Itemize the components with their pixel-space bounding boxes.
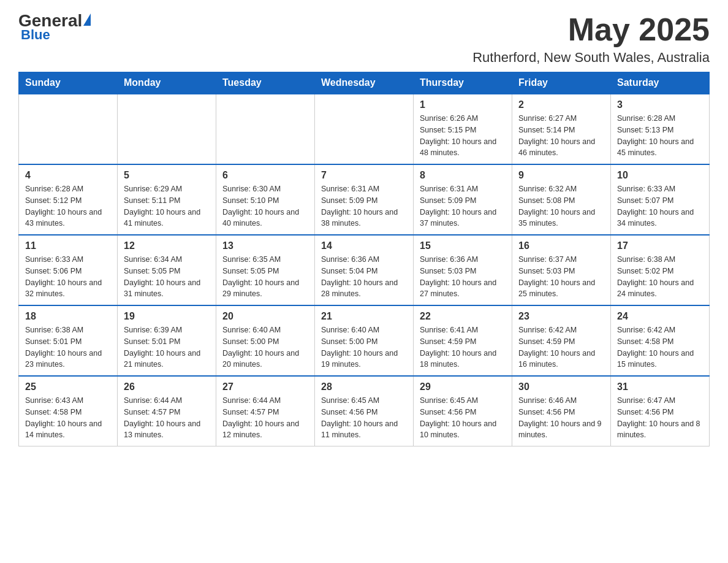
calendar-cell-5-5: 29Sunrise: 6:45 AMSunset: 4:56 PMDayligh… [414, 376, 512, 446]
day-number: 26 [124, 381, 210, 393]
calendar-cell-1-3 [216, 94, 315, 164]
calendar-cell-2-7: 10Sunrise: 6:33 AMSunset: 5:07 PMDayligh… [611, 164, 710, 235]
month-year: May 2025 [472, 12, 710, 47]
day-number: 23 [518, 311, 604, 322]
day-info: Sunrise: 6:38 AMSunset: 5:02 PMDaylight:… [617, 254, 703, 300]
calendar-cell-4-4: 21Sunrise: 6:40 AMSunset: 5:00 PMDayligh… [315, 305, 414, 376]
day-info: Sunrise: 6:36 AMSunset: 5:04 PMDaylight:… [321, 254, 407, 300]
calendar-cell-3-5: 15Sunrise: 6:36 AMSunset: 5:03 PMDayligh… [414, 235, 512, 305]
day-info: Sunrise: 6:42 AMSunset: 4:58 PMDaylight:… [617, 324, 703, 370]
calendar-cell-5-1: 25Sunrise: 6:43 AMSunset: 4:58 PMDayligh… [19, 376, 118, 446]
logo-triangle-icon [83, 13, 91, 26]
day-info: Sunrise: 6:40 AMSunset: 5:00 PMDaylight:… [222, 324, 308, 370]
day-number: 25 [25, 381, 111, 393]
calendar-cell-5-7: 31Sunrise: 6:47 AMSunset: 4:56 PMDayligh… [611, 376, 710, 446]
day-number: 27 [222, 381, 308, 393]
calendar-header-saturday: Saturday [611, 72, 710, 94]
day-info: Sunrise: 6:45 AMSunset: 4:56 PMDaylight:… [321, 395, 407, 441]
calendar-cell-3-2: 12Sunrise: 6:34 AMSunset: 5:05 PMDayligh… [118, 235, 216, 305]
day-info: Sunrise: 6:30 AMSunset: 5:10 PMDaylight:… [222, 183, 308, 229]
day-number: 17 [617, 240, 703, 251]
day-info: Sunrise: 6:47 AMSunset: 4:56 PMDaylight:… [617, 395, 703, 441]
day-info: Sunrise: 6:36 AMSunset: 5:03 PMDaylight:… [420, 254, 506, 300]
day-number: 2 [518, 99, 604, 110]
calendar-cell-5-3: 27Sunrise: 6:44 AMSunset: 4:57 PMDayligh… [216, 376, 315, 446]
calendar-cell-5-6: 30Sunrise: 6:46 AMSunset: 4:56 PMDayligh… [512, 376, 611, 446]
calendar-cell-1-6: 2Sunrise: 6:27 AMSunset: 5:14 PMDaylight… [512, 94, 611, 164]
day-number: 11 [25, 240, 111, 251]
day-number: 7 [321, 170, 407, 181]
day-info: Sunrise: 6:35 AMSunset: 5:05 PMDaylight:… [222, 254, 308, 300]
day-number: 8 [420, 170, 506, 181]
calendar-cell-4-3: 20Sunrise: 6:40 AMSunset: 5:00 PMDayligh… [216, 305, 315, 376]
calendar-cell-1-2 [118, 94, 216, 164]
calendar-cell-5-4: 28Sunrise: 6:45 AMSunset: 4:56 PMDayligh… [315, 376, 414, 446]
day-number: 18 [25, 311, 111, 322]
day-info: Sunrise: 6:46 AMSunset: 4:56 PMDaylight:… [518, 395, 604, 441]
day-info: Sunrise: 6:42 AMSunset: 4:59 PMDaylight:… [518, 324, 604, 370]
calendar-header-sunday: Sunday [19, 72, 118, 94]
calendar-cell-3-3: 13Sunrise: 6:35 AMSunset: 5:05 PMDayligh… [216, 235, 315, 305]
calendar-cell-2-3: 6Sunrise: 6:30 AMSunset: 5:10 PMDaylight… [216, 164, 315, 235]
calendar-cell-3-7: 17Sunrise: 6:38 AMSunset: 5:02 PMDayligh… [611, 235, 710, 305]
calendar-cell-1-4 [315, 94, 414, 164]
day-info: Sunrise: 6:45 AMSunset: 4:56 PMDaylight:… [420, 395, 506, 441]
day-number: 10 [617, 170, 703, 181]
calendar-cell-5-2: 26Sunrise: 6:44 AMSunset: 4:57 PMDayligh… [118, 376, 216, 446]
day-info: Sunrise: 6:37 AMSunset: 5:03 PMDaylight:… [518, 254, 604, 300]
calendar-cell-2-5: 8Sunrise: 6:31 AMSunset: 5:09 PMDaylight… [414, 164, 512, 235]
calendar-header-monday: Monday [118, 72, 216, 94]
calendar-week-3: 11Sunrise: 6:33 AMSunset: 5:06 PMDayligh… [19, 235, 710, 305]
calendar-cell-1-7: 3Sunrise: 6:28 AMSunset: 5:13 PMDaylight… [611, 94, 710, 164]
calendar-table: SundayMondayTuesdayWednesdayThursdayFrid… [18, 72, 710, 446]
page-header: General Blue May 2025 Rutherford, New So… [18, 12, 710, 66]
day-number: 24 [617, 311, 703, 322]
calendar-cell-2-4: 7Sunrise: 6:31 AMSunset: 5:09 PMDaylight… [315, 164, 414, 235]
logo-blue: Blue [21, 27, 50, 43]
calendar-header-tuesday: Tuesday [216, 72, 315, 94]
day-number: 9 [518, 170, 604, 181]
day-info: Sunrise: 6:33 AMSunset: 5:07 PMDaylight:… [617, 183, 703, 229]
day-number: 30 [518, 381, 604, 393]
day-info: Sunrise: 6:40 AMSunset: 5:00 PMDaylight:… [321, 324, 407, 370]
day-info: Sunrise: 6:31 AMSunset: 5:09 PMDaylight:… [420, 183, 506, 229]
calendar-cell-4-6: 23Sunrise: 6:42 AMSunset: 4:59 PMDayligh… [512, 305, 611, 376]
day-number: 19 [124, 311, 210, 322]
calendar-cell-4-1: 18Sunrise: 6:38 AMSunset: 5:01 PMDayligh… [19, 305, 118, 376]
calendar-header-thursday: Thursday [414, 72, 512, 94]
day-number: 22 [420, 311, 506, 322]
logo: General Blue [18, 12, 91, 43]
day-info: Sunrise: 6:32 AMSunset: 5:08 PMDaylight:… [518, 183, 604, 229]
day-number: 1 [420, 99, 506, 110]
calendar-cell-2-1: 4Sunrise: 6:28 AMSunset: 5:12 PMDaylight… [19, 164, 118, 235]
day-info: Sunrise: 6:34 AMSunset: 5:05 PMDaylight:… [124, 254, 210, 300]
day-number: 13 [222, 240, 308, 251]
day-number: 31 [617, 381, 703, 393]
day-number: 5 [124, 170, 210, 181]
day-number: 14 [321, 240, 407, 251]
day-info: Sunrise: 6:33 AMSunset: 5:06 PMDaylight:… [25, 254, 111, 300]
calendar-cell-1-5: 1Sunrise: 6:26 AMSunset: 5:15 PMDaylight… [414, 94, 512, 164]
day-number: 28 [321, 381, 407, 393]
day-info: Sunrise: 6:28 AMSunset: 5:12 PMDaylight:… [25, 183, 111, 229]
day-number: 29 [420, 381, 506, 393]
day-number: 12 [124, 240, 210, 251]
day-number: 20 [222, 311, 308, 322]
day-info: Sunrise: 6:26 AMSunset: 5:15 PMDaylight:… [420, 113, 506, 159]
day-info: Sunrise: 6:27 AMSunset: 5:14 PMDaylight:… [518, 113, 604, 159]
day-info: Sunrise: 6:38 AMSunset: 5:01 PMDaylight:… [25, 324, 111, 370]
day-info: Sunrise: 6:44 AMSunset: 4:57 PMDaylight:… [124, 395, 210, 441]
calendar-cell-3-1: 11Sunrise: 6:33 AMSunset: 5:06 PMDayligh… [19, 235, 118, 305]
calendar-week-4: 18Sunrise: 6:38 AMSunset: 5:01 PMDayligh… [19, 305, 710, 376]
day-info: Sunrise: 6:44 AMSunset: 4:57 PMDaylight:… [222, 395, 308, 441]
calendar-week-1: 1Sunrise: 6:26 AMSunset: 5:15 PMDaylight… [19, 94, 710, 164]
day-number: 21 [321, 311, 407, 322]
calendar-week-2: 4Sunrise: 6:28 AMSunset: 5:12 PMDaylight… [19, 164, 710, 235]
day-info: Sunrise: 6:39 AMSunset: 5:01 PMDaylight:… [124, 324, 210, 370]
day-info: Sunrise: 6:41 AMSunset: 4:59 PMDaylight:… [420, 324, 506, 370]
day-info: Sunrise: 6:28 AMSunset: 5:13 PMDaylight:… [617, 113, 703, 159]
calendar-week-5: 25Sunrise: 6:43 AMSunset: 4:58 PMDayligh… [19, 376, 710, 446]
calendar-header-row: SundayMondayTuesdayWednesdayThursdayFrid… [19, 72, 710, 94]
day-info: Sunrise: 6:31 AMSunset: 5:09 PMDaylight:… [321, 183, 407, 229]
calendar-cell-3-6: 16Sunrise: 6:37 AMSunset: 5:03 PMDayligh… [512, 235, 611, 305]
